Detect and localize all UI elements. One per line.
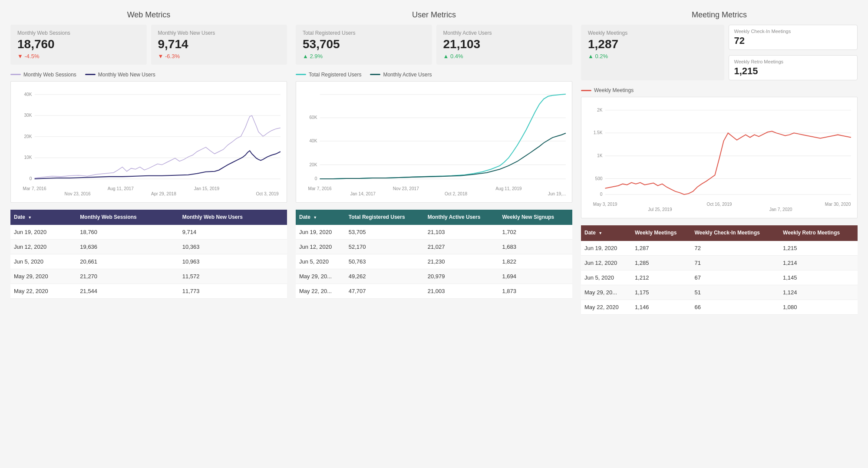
- table-row: Jun 12, 202019,63610,363: [10, 240, 287, 254]
- user-col-date[interactable]: Date ▼: [296, 210, 345, 225]
- svg-text:1.5K: 1.5K: [594, 131, 603, 135]
- user-active-legend-label: Monthly Active Users: [383, 72, 432, 78]
- svg-text:2K: 2K: [597, 108, 603, 112]
- user-table: Date ▼ Total Registered Users Monthly Ac…: [296, 210, 572, 299]
- weekly-meetings-value: 1,287: [588, 38, 717, 51]
- web-sessions-change: ▼ -4.5%: [17, 53, 140, 59]
- svg-text:Jan 14, 2017: Jan 14, 2017: [350, 191, 376, 196]
- web-new-users-legend-label: Monthly Web New Users: [98, 72, 155, 78]
- table-row: May 22, 20201,146661,080: [581, 300, 858, 314]
- web-sessions-label: Monthly Web Sessions: [17, 30, 140, 36]
- svg-text:0: 0: [600, 192, 603, 197]
- svg-text:Apr 29, 2018: Apr 29, 2018: [151, 191, 176, 196]
- svg-text:Jun 19,...: Jun 19,...: [548, 191, 566, 196]
- weekly-meetings-change: ▲ 0.2%: [588, 53, 717, 59]
- web-metrics-title: Web Metrics: [10, 10, 287, 20]
- total-registered-value: 53,705: [303, 38, 425, 51]
- web-new-users-change: ▼ -6.3%: [158, 53, 281, 59]
- table-row: May 29, 20...1,175511,124: [581, 285, 858, 300]
- user-col-active[interactable]: Monthly Active Users: [424, 210, 499, 225]
- user-registered-legend-label: Total Registered Users: [309, 72, 361, 78]
- svg-text:May 3, 2019: May 3, 2019: [593, 202, 617, 207]
- web-legend: Monthly Web Sessions Monthly Web New Use…: [10, 72, 287, 78]
- svg-text:10K: 10K: [24, 155, 32, 160]
- web-new-users-label: Monthly Web New Users: [158, 30, 281, 36]
- weekly-meetings-legend-label: Weekly Meetings: [594, 87, 634, 93]
- svg-text:Oct 2, 2018: Oct 2, 2018: [445, 191, 468, 196]
- table-row: Jun 5, 20201,212671,145: [581, 270, 858, 285]
- svg-text:Aug 11, 2017: Aug 11, 2017: [108, 186, 134, 191]
- svg-text:0: 0: [30, 176, 32, 181]
- retro-meetings-value: 1,215: [734, 66, 852, 76]
- meeting-col-checkin[interactable]: Weekly Check-In Meetings: [691, 225, 779, 241]
- svg-text:Mar 7, 2016: Mar 7, 2016: [23, 186, 46, 191]
- svg-text:60K: 60K: [309, 115, 317, 120]
- weekly-meetings-label: Weekly Meetings: [588, 30, 717, 36]
- svg-text:500: 500: [595, 176, 603, 181]
- user-kpi-row: Total Registered Users 53,705 ▲ 2.9% Mon…: [296, 25, 572, 65]
- table-row: Jun 12, 20201,285711,214: [581, 255, 858, 270]
- svg-text:Oct 16, 2019: Oct 16, 2019: [707, 202, 732, 207]
- meeting-legend: Weekly Meetings: [581, 87, 858, 93]
- user-col-signups[interactable]: Weekly New Signups: [498, 210, 572, 225]
- user-chart-container: 0 20K 40K 60K Mar 7, 2016 Jan 14, 2017 N…: [296, 81, 572, 203]
- table-row: May 29, 202021,27011,572: [10, 269, 287, 284]
- svg-text:0: 0: [315, 176, 317, 181]
- meeting-col-date[interactable]: Date ▼: [581, 225, 631, 241]
- web-new-users-kpi: Monthly Web New Users 9,714 ▼ -6.3%: [151, 25, 287, 65]
- svg-text:40K: 40K: [309, 138, 317, 143]
- total-registered-change: ▲ 2.9%: [303, 53, 425, 59]
- table-row: May 22, 20...47,70721,0031,873: [296, 284, 572, 299]
- retro-meetings-label: Weekly Retro Meetings: [734, 59, 852, 64]
- table-row: Jun 5, 202020,66110,963: [10, 254, 287, 269]
- web-col-sessions[interactable]: Monthly Web Sessions: [76, 210, 178, 225]
- monthly-active-change: ▲ 0.4%: [443, 53, 566, 59]
- user-metrics-section: User Metrics Total Registered Users 53,7…: [296, 10, 572, 315]
- total-registered-label: Total Registered Users: [303, 30, 425, 36]
- svg-text:Nov 23, 2016: Nov 23, 2016: [65, 191, 91, 196]
- web-sessions-legend-label: Monthly Web Sessions: [23, 72, 76, 78]
- meeting-col-retro[interactable]: Weekly Retro Meetings: [779, 225, 858, 241]
- svg-text:Jul 25, 2019: Jul 25, 2019: [648, 208, 672, 212]
- meeting-metrics-title: Meeting Metrics: [581, 10, 858, 20]
- table-row: Jun 19, 20201,287721,215: [581, 241, 858, 256]
- total-registered-kpi: Total Registered Users 53,705 ▲ 2.9%: [296, 25, 432, 65]
- table-row: Jun 19, 202053,70521,1031,702: [296, 225, 572, 240]
- meeting-kpi-row: Weekly Meetings 1,287 ▲ 0.2% Weekly Chec…: [581, 25, 858, 80]
- svg-text:20K: 20K: [309, 162, 317, 167]
- user-active-legend-line: [370, 74, 380, 75]
- monthly-active-kpi: Monthly Active Users 21,103 ▲ 0.4%: [436, 25, 573, 65]
- table-row: May 29, 20...49,26220,9791,694: [296, 269, 572, 284]
- table-row: Jun 19, 202018,7609,714: [10, 225, 287, 240]
- svg-text:Mar 30, 2020: Mar 30, 2020: [825, 202, 851, 207]
- dashboard: Web Metrics Monthly Web Sessions 18,760 …: [10, 10, 858, 315]
- meeting-sub-kpis: Weekly Check-In Meetings 72 Weekly Retro…: [729, 25, 858, 80]
- user-col-registered[interactable]: Total Registered Users: [345, 210, 424, 225]
- web-col-date[interactable]: Date ▼: [10, 210, 76, 225]
- svg-text:Mar 7, 2016: Mar 7, 2016: [308, 186, 332, 191]
- web-sessions-kpi: Monthly Web Sessions 18,760 ▼ -4.5%: [10, 25, 147, 65]
- user-registered-legend-line: [296, 74, 306, 75]
- web-metrics-section: Web Metrics Monthly Web Sessions 18,760 …: [10, 10, 287, 315]
- table-row: Jun 12, 202052,17021,0271,683: [296, 240, 572, 254]
- svg-text:Aug 11, 2019: Aug 11, 2019: [495, 186, 522, 191]
- weekly-meetings-kpi: Weekly Meetings 1,287 ▲ 0.2%: [581, 25, 724, 80]
- svg-text:Jan 7, 2020: Jan 7, 2020: [769, 208, 792, 212]
- retro-meetings-kpi: Weekly Retro Meetings 1,215: [729, 55, 858, 80]
- svg-text:Nov 23, 2017: Nov 23, 2017: [393, 186, 419, 191]
- svg-text:1K: 1K: [597, 153, 603, 158]
- checkin-meetings-kpi: Weekly Check-In Meetings 72: [729, 25, 858, 50]
- user-legend-registered: Total Registered Users: [296, 72, 361, 78]
- meeting-col-weekly[interactable]: Weekly Meetings: [631, 225, 691, 241]
- web-col-new-users[interactable]: Monthly Web New Users: [179, 210, 287, 225]
- table-row: Jun 5, 202050,76321,2301,822: [296, 254, 572, 269]
- table-row: May 22, 202021,54411,773: [10, 284, 287, 299]
- web-new-users-legend-line: [85, 74, 96, 75]
- meeting-chart-container: 0 500 1K 1.5K 2K May 3, 2019 Jul 25, 201…: [581, 97, 858, 218]
- meeting-legend-weekly: Weekly Meetings: [581, 87, 634, 93]
- user-metrics-title: User Metrics: [296, 10, 572, 20]
- svg-text:20K: 20K: [24, 134, 32, 139]
- monthly-active-value: 21,103: [443, 38, 566, 51]
- user-chart: 0 20K 40K 60K Mar 7, 2016 Jan 14, 2017 N…: [298, 85, 570, 201]
- monthly-active-label: Monthly Active Users: [443, 30, 566, 36]
